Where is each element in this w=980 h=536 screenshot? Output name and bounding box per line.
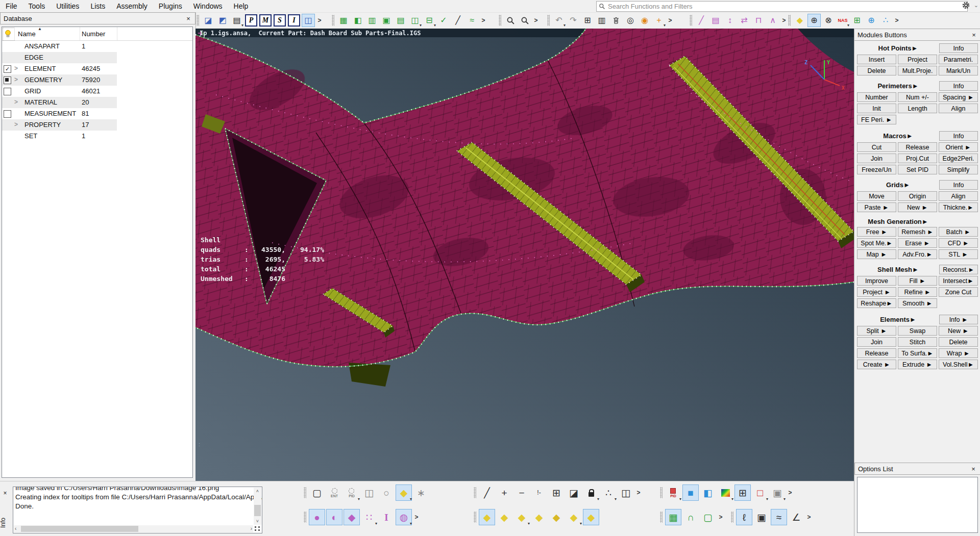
part-manager-icon[interactable]: ◩ <box>216 14 229 27</box>
btn-hot-points-info[interactable]: Info <box>939 43 978 53</box>
select-ent-button[interactable]: ENT <box>326 484 342 501</box>
scroll-up-icon[interactable]: ˄ <box>254 488 261 495</box>
options-list-title-bar[interactable]: Options List × <box>854 463 980 475</box>
nas-format-button-dropdown[interactable]: ▾ <box>847 23 849 28</box>
btn-simplify[interactable]: Simplify <box>939 165 978 174</box>
db-row-property[interactable]: >PROPERTY17 <box>2 119 117 131</box>
close-icon[interactable]: × <box>970 31 977 39</box>
geometry-entities-overflow[interactable]: > <box>413 514 420 521</box>
btn-grids-info[interactable]: Info <box>939 180 978 190</box>
rainbow-cube-icon-dropdown[interactable]: ▾ <box>731 497 733 501</box>
checks-tools-overflow[interactable]: > <box>480 17 486 24</box>
checks-manager-icon[interactable]: ▥ <box>365 14 379 27</box>
visibility-checkbox[interactable] <box>4 110 11 118</box>
section-header-grids[interactable]: Grids► <box>857 181 939 189</box>
btn-map[interactable]: Map ► <box>857 249 896 259</box>
db-row-name[interactable]: GEOMETRY <box>24 76 62 84</box>
btn-new[interactable]: New ► <box>939 326 978 336</box>
btn-shell-mesh-reconst[interactable]: Reconst.► <box>939 265 978 274</box>
expander-icon[interactable]: > <box>14 65 18 72</box>
db-row-geometry[interactable]: >GEOMETRY75920 <box>2 74 117 86</box>
db-row-edge[interactable]: EDGE <box>2 52 117 63</box>
hammer-icon[interactable]: ⊓ <box>752 14 765 27</box>
btn-release[interactable]: Release <box>857 348 896 358</box>
db-row-name[interactable]: PROPERTY <box>24 121 61 129</box>
db-row-set[interactable]: SET1 <box>2 131 117 142</box>
delete-icon[interactable] <box>609 14 623 27</box>
connectivity-icon[interactable]: ∴ <box>879 14 892 27</box>
menu-tools[interactable]: Tools <box>23 0 51 12</box>
db-row-name[interactable]: ELEMENT <box>24 65 56 72</box>
search-input[interactable]: Search Functions and Filters <box>596 1 968 12</box>
database-browser-icon-dropdown[interactable]: ▾ <box>241 23 243 28</box>
btn-vol-shell[interactable]: Vol.Shell► <box>939 360 978 369</box>
beams-icon[interactable]: I <box>378 509 395 525</box>
btn-edge2peri[interactable]: Edge2Peri. <box>939 154 978 163</box>
display-mesh-tools-overflow[interactable]: > <box>894 17 900 24</box>
scrollbar-thumb[interactable] <box>21 526 138 532</box>
pid-mode-icon[interactable]: PID▾ <box>665 484 681 501</box>
btn-join[interactable]: Join <box>857 337 896 347</box>
expander-icon[interactable]: > <box>14 121 18 128</box>
scroll-right-icon[interactable]: › <box>251 525 252 532</box>
btn-project[interactable]: Project <box>898 55 937 64</box>
neighbours-icon[interactable]: ∴▾ <box>600 484 617 501</box>
properties-button[interactable]: P <box>244 14 258 27</box>
quad-green-icon[interactable]: ◆ <box>531 509 547 525</box>
measure-compass-icon[interactable]: ∧ <box>766 14 779 27</box>
database-title-bar[interactable]: Database × <box>0 12 195 24</box>
menu-plugins[interactable]: Plugins <box>153 0 188 12</box>
sticky-note-icon[interactable]: ◆ <box>793 14 806 27</box>
btn-move[interactable]: Move <box>857 191 896 201</box>
menu-utilities[interactable]: Utilities <box>51 0 85 12</box>
volumes-icon-dropdown[interactable]: ▾ <box>410 521 412 526</box>
expander-icon[interactable]: > <box>14 98 18 106</box>
pen-spline-icon[interactable]: ℓ <box>736 509 752 525</box>
quad-pair-icon[interactable]: ◆▾ <box>566 509 582 525</box>
sets-button[interactable]: S <box>273 14 286 27</box>
report-icon[interactable]: ▤ <box>394 14 407 27</box>
zoom-tools-overflow[interactable]: > <box>533 17 539 24</box>
btn-align[interactable]: Align <box>939 191 978 201</box>
menu-lists[interactable]: Lists <box>85 0 111 12</box>
move-entities-icon[interactable]: +▾ <box>652 14 666 27</box>
btn-extrude[interactable]: Extrude ► <box>898 360 937 369</box>
db-row-name[interactable]: GRID <box>24 87 41 95</box>
rainbow-cube-icon[interactable]: ▾ <box>717 484 733 501</box>
btn-align[interactable]: Align <box>939 104 978 113</box>
btn-perimeters-info[interactable]: Info <box>939 81 978 91</box>
horizontal-scrollbar[interactable]: ‹ › <box>14 525 253 532</box>
options-list-box[interactable] <box>857 477 978 533</box>
btn-insert[interactable]: Insert <box>857 55 896 64</box>
menu-help[interactable]: Help <box>228 0 254 12</box>
db-row-name[interactable]: SET <box>24 132 37 140</box>
sort-ascending-icon[interactable]: ▲ <box>38 27 42 31</box>
visibility-checkbox[interactable]: ✓ <box>4 65 11 73</box>
db-row-ansapart[interactable]: ANSAPART1 <box>2 41 117 52</box>
overlap-icon[interactable]: ◪ <box>566 484 582 501</box>
section-header-mesh-generation[interactable]: Mesh Generation► <box>857 218 939 225</box>
btn-intersect[interactable]: Intersect► <box>939 276 978 286</box>
btn-batch[interactable]: Batch ► <box>939 227 978 237</box>
lock-icon-dropdown[interactable]: ▾ <box>597 497 599 501</box>
deselect-icon[interactable]: ∗ <box>413 484 429 501</box>
undo-icon[interactable]: ↶▾ <box>552 14 566 27</box>
btn-orient[interactable]: Orient ► <box>939 142 978 152</box>
btn-thickne[interactable]: Thickne.► <box>939 202 978 212</box>
window-layout-icon[interactable]: ◫ <box>302 14 315 27</box>
apply-check-icon[interactable]: ✓ <box>437 14 450 27</box>
wire-sphere-icon[interactable]: ⊕ <box>807 14 821 27</box>
green-mesh-icon[interactable]: ⊞ <box>850 14 864 27</box>
btn-zone-cut[interactable]: Zone Cut <box>939 287 978 297</box>
spin-center-icon[interactable]: ◉ <box>638 14 651 27</box>
visibility-checkbox[interactable] <box>4 76 11 84</box>
db-row-grid[interactable]: GRID46021 <box>2 86 117 97</box>
btn-swap[interactable]: Swap <box>898 326 937 336</box>
plot-icon[interactable]: ≈ <box>465 14 479 27</box>
db-row-name[interactable]: MEASUREMENT <box>24 110 76 117</box>
quad-corner-nodes-icon[interactable]: ◆ <box>479 509 495 525</box>
redo-icon[interactable]: ↷ <box>567 14 580 27</box>
section-header-hot-points[interactable]: Hot Points► <box>857 44 939 52</box>
workplane-icon[interactable]: ∠ <box>788 509 804 525</box>
compare-icon[interactable]: ◫▾ <box>408 14 422 27</box>
